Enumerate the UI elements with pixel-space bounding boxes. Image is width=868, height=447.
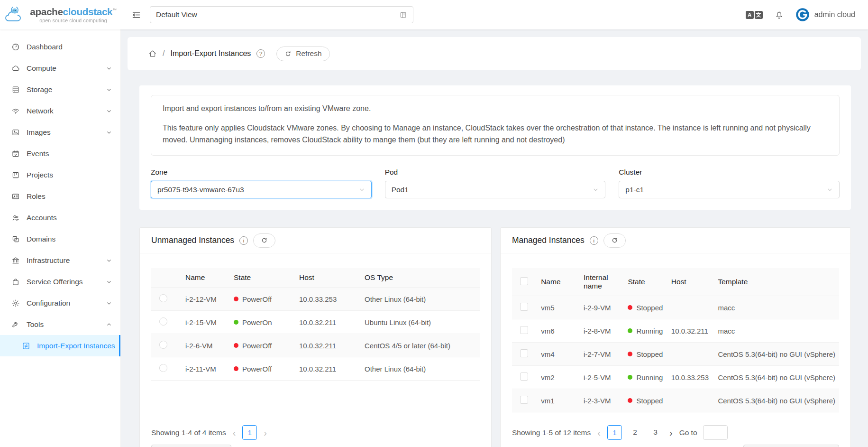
filters-card: Import and export instances to/from an e…	[139, 85, 851, 210]
row-radio[interactable]	[159, 294, 167, 302]
cell-host	[667, 343, 714, 366]
cell-state: Running	[636, 327, 663, 335]
sidebar-item-configuration[interactable]: Configuration	[0, 292, 120, 314]
pod-select-value: Pod1	[392, 186, 409, 194]
sidebar-item-tools[interactable]: Tools	[0, 314, 120, 335]
cell-state: PowerOff	[242, 342, 272, 350]
state-dot	[628, 398, 632, 403]
page-button[interactable]: 1	[242, 425, 257, 440]
zone-select[interactable]: pr5075-t943-vmware-67u3	[151, 181, 372, 198]
managed-table-row[interactable]: vm1 i-2-3-VM Stopped CentOS 5.3(64-bit) …	[512, 389, 839, 412]
page-button[interactable]: 2	[628, 425, 642, 440]
state-dot	[234, 320, 238, 325]
import-export-icon	[22, 342, 30, 350]
row-checkbox[interactable]	[520, 303, 528, 311]
cell-os-type: Other Linux (64-bit)	[361, 288, 480, 311]
sidebar-item-storage[interactable]: Storage	[0, 79, 120, 100]
managed-table-row[interactable]: vm4 i-2-7-VM Stopped CentOS 5.3(64-bit) …	[512, 343, 839, 366]
next-page-button[interactable]: ›	[263, 428, 268, 438]
user-name: admin cloud	[814, 10, 855, 19]
info-icon[interactable]: i	[239, 236, 248, 245]
sidebar-collapse-icon[interactable]	[131, 10, 141, 20]
translate-icon[interactable]: A文	[746, 11, 763, 19]
unmanaged-table: Name State Host OS Type i-2-1	[151, 268, 480, 381]
content-area: / Import-Export Instances ? Refresh Impo…	[121, 29, 868, 447]
sidebar-item-roles[interactable]: Roles	[0, 186, 120, 207]
help-icon[interactable]: ?	[256, 49, 265, 58]
sidebar-item-projects[interactable]: Projects	[0, 164, 120, 186]
page-button[interactable]: 1	[607, 425, 622, 440]
cell-state: PowerOn	[242, 318, 272, 326]
unmanaged-reload-button[interactable]	[253, 233, 275, 248]
pod-select[interactable]: Pod1	[385, 181, 606, 198]
managed-table-header: Name Internal name State Host Template	[512, 268, 839, 296]
unmanaged-table-row[interactable]: i-2-6-VM PowerOff 10.0.32.211 CentOS 4/5…	[151, 334, 480, 357]
cell-state: Stopped	[636, 397, 663, 405]
user-avatar	[795, 8, 810, 22]
managed-table-row[interactable]: vm2 i-2-5-VM Running 10.0.33.253 CentOS …	[512, 366, 839, 389]
cluster-select[interactable]: p1-c1	[619, 181, 840, 198]
sidebar-item-import-export-instances[interactable]: Import-Export Instances	[0, 335, 120, 356]
cell-os-type: Ubuntu Linux (64-bit)	[361, 311, 480, 334]
cell-name: vm6	[537, 319, 580, 343]
unmanage-instance-button[interactable]: Unmanage Instance	[743, 445, 839, 447]
sidebar-item-dashboard[interactable]: Dashboard	[0, 36, 120, 57]
goto-page-input[interactable]	[703, 425, 728, 440]
brand-logo[interactable]: apachecloudstack™ open source cloud comp…	[0, 0, 121, 29]
cell-host: 10.0.32.211	[295, 311, 361, 334]
row-checkbox[interactable]	[520, 326, 528, 334]
row-radio[interactable]	[159, 341, 167, 349]
breadcrumb: / Import-Export Instances ? Refresh	[128, 37, 861, 70]
reload-icon	[611, 237, 618, 244]
cell-name: vm5	[537, 296, 580, 319]
user-menu[interactable]: admin cloud	[795, 8, 855, 22]
info-icon[interactable]: i	[590, 236, 598, 245]
prev-page-button[interactable]: ‹	[232, 428, 237, 438]
cell-name: vm4	[537, 343, 580, 366]
project-board-icon	[11, 171, 20, 179]
prev-page-button[interactable]: ‹	[596, 428, 602, 438]
unmanaged-table-row[interactable]: i-2-12-VM PowerOff 10.0.33.253 Other Lin…	[151, 288, 480, 311]
sidebar-item-compute[interactable]: Compute	[0, 57, 120, 79]
goto-label: Go to	[679, 428, 697, 437]
zone-select-value: pr5075-t943-vmware-67u3	[157, 186, 244, 194]
zone-label: Zone	[151, 168, 372, 177]
managed-reload-button[interactable]	[603, 233, 626, 248]
import-instance-button[interactable]: Import Instance	[151, 445, 231, 447]
chevron-down-icon	[106, 279, 112, 285]
next-page-button[interactable]: ›	[668, 428, 674, 438]
row-radio[interactable]	[159, 364, 167, 372]
cluster-label: Cluster	[619, 168, 840, 177]
cell-host: 10.0.33.253	[667, 366, 714, 389]
managed-instances-panel: Managed Instances i Name Internal name	[500, 227, 851, 447]
unmanaged-table-row[interactable]: i-2-11-VM PowerOff 10.0.32.211 Other Lin…	[151, 357, 480, 381]
app-header: apachecloudstack™ open source cloud comp…	[0, 0, 868, 29]
row-checkbox[interactable]	[520, 372, 528, 381]
sidebar-item-service-offerings[interactable]: Service Offerings	[0, 271, 120, 292]
managed-table-row[interactable]: vm6 i-2-8-VM Running 10.0.32.211 macc	[512, 319, 839, 343]
intro-line-1: Import and export instances to/from an e…	[163, 103, 828, 115]
cluster-filter: Cluster p1-c1	[619, 168, 840, 198]
managed-panel-title: Managed Instances	[512, 235, 585, 245]
row-checkbox[interactable]	[520, 349, 528, 357]
view-selector[interactable]: Default View	[150, 6, 413, 23]
sidebar-item-network[interactable]: Network	[0, 100, 120, 121]
home-icon[interactable]	[148, 49, 157, 58]
page-button[interactable]: 3	[648, 425, 663, 440]
row-checkbox[interactable]	[520, 396, 528, 404]
unmanaged-table-row[interactable]: i-2-15-VM PowerOn 10.0.32.211 Ubuntu Lin…	[151, 311, 480, 334]
managed-table-row[interactable]: vm5 i-2-9-VM Stopped macc	[512, 296, 839, 319]
select-all-checkbox[interactable]	[520, 277, 528, 285]
refresh-button[interactable]: Refresh	[276, 47, 329, 61]
wifi-icon	[11, 107, 20, 115]
sidebar-item-events[interactable]: Events	[0, 143, 120, 164]
sidebar-item-infrastructure[interactable]: Infrastructure	[0, 250, 120, 271]
zone-filter: Zone pr5075-t943-vmware-67u3	[151, 168, 372, 198]
notifications-bell-icon[interactable]	[774, 10, 784, 20]
sidebar-item-accounts[interactable]: Accounts	[0, 207, 120, 228]
row-radio[interactable]	[159, 317, 167, 326]
sidebar-item-images[interactable]: Images	[0, 121, 120, 143]
sidebar-item-domains[interactable]: Domains	[0, 228, 120, 250]
cell-state: PowerOff	[242, 365, 272, 373]
managed-table: Name Internal name State Host Template	[512, 268, 839, 412]
